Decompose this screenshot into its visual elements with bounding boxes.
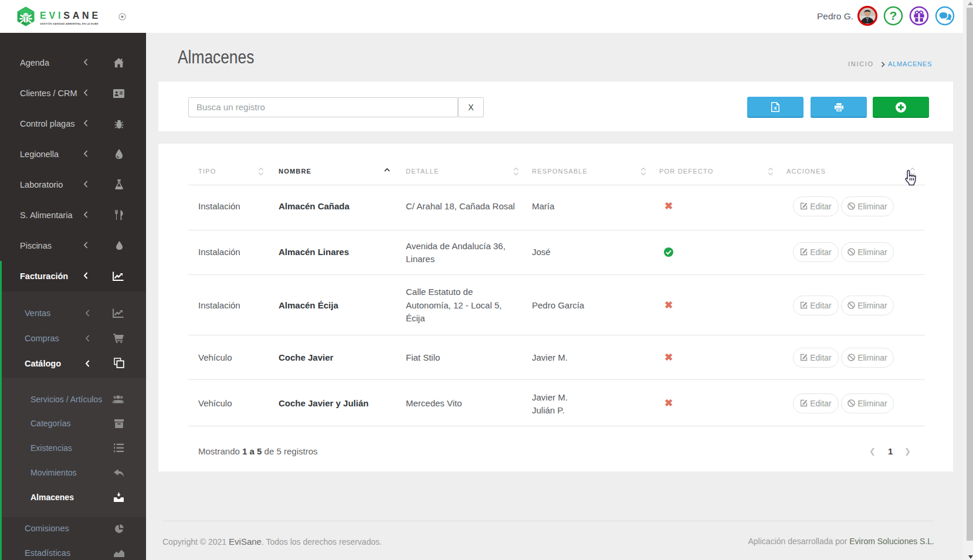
svg-text:?: ? [890, 9, 897, 22]
svg-text:x: x [774, 105, 777, 111]
